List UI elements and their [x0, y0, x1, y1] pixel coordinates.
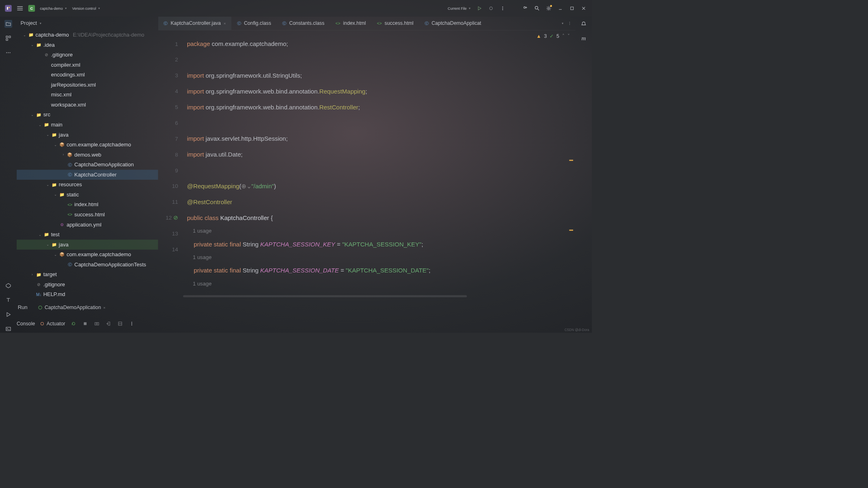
tree-caret-icon[interactable]: ⌄ — [46, 240, 50, 250]
code-editor[interactable]: ▲ 3 ✓ 5 ˄ ˅ 123456789101112 ⊘1314 packag… — [158, 30, 576, 300]
rerun-icon[interactable] — [70, 320, 77, 327]
stop-icon[interactable] — [82, 320, 88, 327]
tree-caret-icon[interactable]: ⌄ — [53, 140, 58, 150]
tree-caret-icon[interactable]: ⌄ — [30, 110, 35, 120]
tree-item[interactable]: ⌄📁src — [17, 110, 158, 120]
vcs-selector[interactable]: Version control ▼ — [72, 6, 101, 10]
camera-icon[interactable] — [94, 320, 100, 327]
svg-rect-11 — [6, 36, 8, 38]
more-icon[interactable] — [129, 320, 135, 327]
minimize-icon[interactable] — [557, 5, 563, 11]
project-tree[interactable]: ⌄📁captcha-demoE:\IDEA\Project\captcha-de… — [17, 30, 158, 300]
layout-icon[interactable] — [117, 320, 123, 327]
tree-caret-icon[interactable]: ⌄ — [53, 190, 58, 200]
tree-caret-icon[interactable]: ⌄ — [22, 30, 27, 40]
tree-item[interactable]: ⌄📁.idea — [17, 40, 158, 50]
more-tool-icon[interactable] — [4, 49, 12, 57]
tree-caret-icon[interactable]: ⌄ — [30, 40, 35, 50]
tree-item[interactable]: ⊘.gitignore — [17, 50, 158, 60]
tree-item[interactable]: ⒸCaptchaDemoApplication — [17, 160, 158, 170]
close-icon[interactable] — [580, 5, 587, 11]
text-tool-icon[interactable] — [4, 296, 12, 304]
app-icon[interactable] — [5, 5, 11, 11]
close-icon[interactable]: × — [103, 305, 106, 310]
tree-item[interactable]: ⒸKaptchaController — [17, 170, 158, 180]
run-config-tab[interactable]: CaptchaDemoApplication × — [35, 303, 109, 312]
code-with-me-icon[interactable] — [522, 5, 529, 11]
folder-blue-icon: 📁 — [52, 240, 57, 250]
tree-item[interactable]: jarRepositories.xml — [17, 80, 158, 90]
maximize-icon[interactable] — [569, 5, 575, 11]
chevron-down-icon[interactable]: ▼ — [561, 22, 564, 25]
tree-item[interactable]: ⌄📦com.example.captchademo — [17, 250, 158, 260]
terminal-tool-icon[interactable] — [4, 325, 12, 333]
debug-icon[interactable] — [488, 5, 494, 11]
console-tab[interactable]: Console — [17, 321, 35, 327]
line-gutter[interactable]: 123456789101112 ⊘1314 — [158, 30, 183, 300]
project-selector[interactable]: captcha-demo ▼ — [40, 6, 67, 10]
tab-label: Constants.class — [289, 20, 325, 26]
chevron-down-icon[interactable]: ▼ — [39, 22, 42, 25]
project-tool-icon[interactable] — [4, 20, 12, 28]
tree-item[interactable]: ›📦demos.web — [17, 150, 158, 160]
exit-icon[interactable] — [105, 320, 112, 327]
notifications-icon[interactable] — [580, 20, 587, 28]
editor-tab[interactable]: ⒸCaptchaDemoApplicat — [419, 17, 486, 30]
tree-item[interactable]: misc.xml — [17, 90, 158, 100]
tree-item[interactable]: ⌄📁resources — [17, 180, 158, 190]
package-icon: 📦 — [59, 140, 65, 150]
tree-item[interactable]: ⊘.gitignore — [17, 279, 158, 290]
tree-item[interactable]: ⒸCaptchaDemoApplicationTests — [17, 259, 158, 270]
chevron-down-icon: ▼ — [98, 7, 100, 10]
tree-item[interactable]: ⌄📦com.example.captchademo — [17, 140, 158, 150]
inspection-widget[interactable]: ▲ 3 ✓ 5 ˄ ˅ — [536, 33, 569, 39]
search-icon[interactable] — [534, 5, 540, 11]
chevron-up-icon[interactable]: ˄ — [562, 33, 565, 39]
horizontal-scrollbar[interactable] — [183, 295, 467, 297]
tree-caret-icon[interactable]: › — [30, 270, 35, 280]
tree-item[interactable]: ⌄📁static — [17, 190, 158, 200]
tree-item[interactable]: compiler.xml — [17, 60, 158, 70]
editor-tab[interactable]: ⒸConstants.class — [277, 17, 330, 30]
editor-tab[interactable]: ⒸKaptchaController.java× — [158, 17, 231, 30]
tree-item[interactable]: encodings.xml — [17, 70, 158, 80]
code-content[interactable]: package com.example.captchademo; import … — [183, 30, 564, 300]
folder-icon: 📁 — [36, 270, 42, 280]
tree-label: .gitignore — [43, 279, 65, 290]
tree-caret-icon[interactable]: ⌄ — [46, 180, 50, 190]
tree-item[interactable]: ⌄📁main — [17, 120, 158, 130]
main-menu-icon[interactable] — [17, 5, 23, 11]
project-badge[interactable]: C — [28, 5, 35, 11]
structure-tool-icon[interactable] — [4, 35, 12, 42]
tree-item[interactable]: ⌄📁java — [17, 130, 158, 140]
tree-caret-icon[interactable]: › — [61, 150, 65, 160]
tree-caret-icon[interactable]: ⌄ — [38, 120, 42, 130]
tree-item[interactable]: <>index.html — [17, 200, 158, 210]
tree-item[interactable]: ⚙application.yml — [17, 220, 158, 230]
run-tool-icon[interactable] — [4, 311, 12, 318]
tree-caret-icon[interactable]: ⌄ — [38, 230, 42, 240]
tree-item[interactable]: <>success.html — [17, 210, 158, 220]
editor-tab[interactable]: ⒸConfig.class — [231, 17, 277, 30]
tree-item[interactable]: ⌄📁test — [17, 230, 158, 240]
warning-icon: ▲ — [536, 33, 541, 39]
tree-item[interactable]: ›📁target — [17, 270, 158, 280]
settings-icon[interactable] — [545, 5, 552, 11]
close-icon[interactable]: × — [224, 21, 226, 26]
actuator-tab[interactable]: Actuator — [40, 321, 65, 327]
tree-item[interactable]: ⌄📁java — [17, 240, 158, 250]
editor-tab[interactable]: <>index.html — [330, 17, 371, 30]
tree-item[interactable]: workspace.xml — [17, 100, 158, 110]
tree-caret-icon[interactable]: ⌄ — [46, 130, 50, 140]
run-config-selector[interactable]: Current File ▼ — [448, 6, 471, 10]
maven-icon[interactable]: m — [580, 35, 587, 42]
chevron-down-icon[interactable]: ˅ — [567, 33, 570, 39]
editor-tab[interactable]: <>success.html — [371, 17, 419, 30]
tree-item[interactable]: M↓HELP.md — [17, 290, 158, 300]
services-tool-icon[interactable] — [4, 282, 12, 290]
tree-item[interactable]: ⌄📁captcha-demoE:\IDEA\Project\captcha-de… — [17, 30, 158, 40]
tree-caret-icon[interactable]: ⌄ — [53, 250, 58, 260]
run-icon[interactable] — [476, 5, 482, 11]
more-icon[interactable] — [499, 5, 506, 11]
more-icon[interactable]: ⋮ — [568, 22, 571, 26]
